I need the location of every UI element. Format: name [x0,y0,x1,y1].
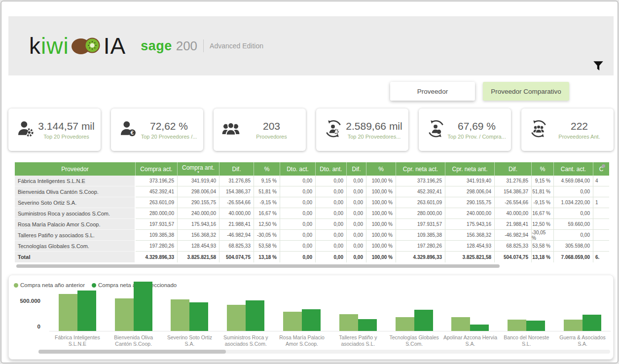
bar-group: Bienvenida Oliva Cantón S.Coop. [106,275,162,331]
bar-anterior[interactable] [115,298,134,331]
bar-group: Talleres Patiño y asociados S.L. [330,275,386,331]
table-row[interactable]: Bienvenida Oliva Cantón S.Coop.452.392,4… [15,186,609,197]
logo-ia: IA [104,33,126,59]
value-cell: 156.368,32 [445,230,495,241]
value-cell: 452.392,41 [136,186,178,197]
value-cell: 13,18 % [532,252,554,262]
tab-proveedor-comparativo[interactable]: Proveedor Comparativo [483,82,569,101]
column-header-label: Compra ant. [182,165,215,171]
value-cell: 452.392,41 [396,186,445,197]
bar-seleccionado[interactable] [526,321,545,331]
kpi-card-top20-prov-compra[interactable]: 67,69 % Top 20 Prov. / Compra... [419,109,511,151]
value-cell: 0,00 [280,219,316,230]
kpi-card-proveedores[interactable]: 203 Proovedores [214,109,306,151]
bar-anterior[interactable] [396,317,414,331]
bar-seleccionado[interactable] [246,300,264,331]
column-header[interactable]: Dif. [347,162,366,176]
table-row[interactable]: Suministros Roca y asociados S.Com.280.0… [15,208,609,219]
column-header[interactable]: Compra ant.▼ [178,162,219,176]
value-cell: -9,15 % [254,197,280,208]
chart-scrollbar-track[interactable] [38,350,610,354]
bar-anterior[interactable] [283,312,302,331]
column-header[interactable]: % [254,162,280,176]
value-cell: 0,00 [280,241,316,252]
bar-seleccionado[interactable] [189,302,208,331]
bar-group: Guerra & Asociados S.A. [554,275,611,331]
person-award-icon [16,119,36,140]
table-row[interactable]: Fábrica Inteligentes S.L.N.E373.196,2534… [15,176,609,186]
x-axis-label: Bienvenida Oliva Cantón S.Coop. [106,334,161,347]
filter-button[interactable] [592,60,605,73]
people-icon [221,119,241,140]
kpi-value: 72,62 % [139,120,199,132]
logo-iwi: iwi [41,33,69,59]
compra-neta-chart: Compra neta año anterior Compra neta año… [8,275,614,360]
value-cell: 4.569.084,00 [554,176,593,186]
providers-table: ProveedorCompra act.Compra ant.▼Dif.%Dto… [15,162,609,262]
column-header[interactable]: Cpr. neta act. [396,162,445,176]
kpi-card-top20-anterior[interactable]: 2.589,66 mil Top 20 Proveedores... [316,109,408,151]
kpi-card-top20-pct[interactable]: € 72,62 % Top 20 Proveedores /... [111,109,203,151]
column-header[interactable]: Cpr. neta ant. [445,162,495,176]
bar-anterior[interactable] [564,320,583,331]
column-header[interactable]: C [593,162,609,176]
value-cell: 298.006,04 [445,186,495,197]
value-cell: 298.006,04 [178,186,219,197]
x-axis-label: Fábrica Inteligentes S.L.N.E [50,334,105,347]
bar-anterior[interactable] [227,305,246,331]
bar-seleccionado[interactable] [583,315,601,331]
value-cell: -9,15 % [532,197,554,208]
bar-anterior[interactable] [59,294,77,331]
value-cell: 373.196,25 [136,176,178,186]
x-axis-label: Rosa María Palacio Amor S.Coop. [274,334,329,347]
sage-200: 200 [176,38,197,54]
table-row[interactable]: Rosa María Palacio Amor S.Coop.197.931,5… [15,219,609,230]
kpi-value: 222 [549,120,610,132]
column-header[interactable]: Dif. [219,162,254,176]
kpi-card-proveedores-ant[interactable]: 222 Proveedores Ant. [521,109,614,151]
table-total-row[interactable]: Total4.329.896,333.825.821,58504.074,751… [15,252,609,262]
value-cell: 21.988,41 [495,219,532,230]
kpi-label: Top 20 Prov. / Compra... [446,134,507,140]
bar-seleccionado[interactable] [358,319,377,331]
column-header[interactable]: Dif. [495,162,532,176]
bar-seleccionado[interactable] [414,310,433,331]
bar-seleccionado[interactable] [134,282,152,331]
bar-seleccionado[interactable] [470,325,489,331]
bar-pair [227,300,264,331]
value-cell: 0,00 [347,176,366,186]
value-cell: -26.554,66 [219,197,254,208]
value-cell: 53,58 % [532,241,554,252]
provider-name-cell: Fábrica Inteligentes S.L.N.E [15,176,136,186]
table-vertical-scrollbar[interactable] [602,164,605,168]
bar-anterior[interactable] [171,299,189,331]
kpi-card-top20-proveedores[interactable]: 3.144,57 mil Top 20 Provedores [8,109,101,151]
chart-scrollbar-thumb[interactable] [38,350,226,354]
bar-group: Severino Soto Ortiz S.A. [162,275,218,331]
value-cell: -26.554,66 [495,197,532,208]
value-cell: 40.000,00 [219,208,254,219]
tab-proveedor[interactable]: Proveedor [390,82,475,101]
table-row[interactable]: Tecnologías Globales S.Com.197.280,26128… [15,241,609,252]
column-header[interactable]: % [532,162,554,176]
column-header[interactable]: Dto. ant. [316,162,347,176]
column-header[interactable]: % [366,162,396,176]
column-header-label: Cant. act. [561,166,586,172]
column-header[interactable]: Cant. act. [554,162,593,176]
bar-anterior[interactable] [451,317,470,331]
bar-anterior[interactable] [339,314,358,331]
bar-anterior[interactable] [508,320,526,331]
column-header[interactable]: Proveedor [15,162,136,176]
value-cell [593,186,609,197]
value-cell: 0,00 [347,219,366,230]
table-row[interactable]: Talleres Patiño y asociados S.L.109.385,… [15,230,609,241]
column-header[interactable]: Compra act. [136,162,178,176]
value-cell: 68.825,33 [219,241,254,252]
table-horizontal-scrollbar[interactable] [16,264,500,268]
bar-seleccionado[interactable] [77,291,96,331]
x-axis-label: Tecnologías Globales S.Com. [387,334,442,347]
column-header[interactable]: Dto. act. [280,162,316,176]
bar-seleccionado[interactable] [302,309,321,331]
bar-pair [564,315,601,331]
table-row[interactable]: Severino Soto Ortiz S.A.263.601,09290.15… [15,197,609,208]
